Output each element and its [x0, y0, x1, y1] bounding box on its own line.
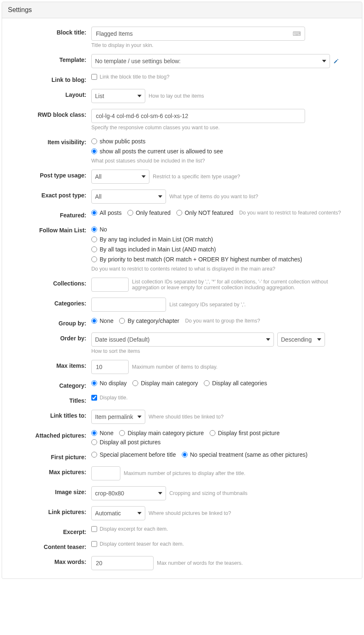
- firstpic-opt1[interactable]: [91, 452, 97, 458]
- attached-opt3[interactable]: [210, 430, 215, 436]
- link-blog-label: Link to blog:: [10, 74, 91, 83]
- panel-title: Settings: [2, 2, 362, 18]
- edit-icon[interactable]: [333, 58, 339, 64]
- visibility-label: Item visibility:: [10, 136, 91, 145]
- ept-help: What type of items do you want to list?: [169, 194, 258, 199]
- attached-label: Attached pictures:: [10, 430, 91, 439]
- follow-label: Follow Main List:: [10, 224, 91, 234]
- ept-select[interactable]: All: [91, 190, 166, 204]
- groupby-opt1[interactable]: [91, 318, 97, 324]
- featured-help: Do you want to restrict to featured cont…: [239, 210, 341, 216]
- attached-opt1[interactable]: [91, 430, 97, 436]
- rwd-input[interactable]: [91, 109, 305, 123]
- teaser-label: Content teaser:: [10, 541, 91, 550]
- linkpics-help: Where should pictures be linked to?: [149, 510, 231, 516]
- rwd-help: Specify the responsive column classes yo…: [91, 125, 354, 130]
- attached-opt2[interactable]: [119, 430, 125, 436]
- firstpic-opt2[interactable]: [182, 452, 188, 458]
- linktitles-help: Where should titles be linked to?: [149, 414, 224, 420]
- categories-label: Categories:: [10, 298, 91, 307]
- block-title-help: Title to display in your skin.: [91, 42, 354, 48]
- maxwords-label: Max words:: [10, 556, 91, 565]
- groupby-label: Group by:: [10, 318, 91, 327]
- follow-opt3[interactable]: [91, 246, 97, 252]
- titles-label: Titles:: [10, 395, 91, 404]
- link-blog-cblabel: Link the block title to the blog?: [100, 74, 169, 80]
- excerpt-label: Excerpt:: [10, 526, 91, 535]
- template-label: Template:: [10, 54, 91, 63]
- follow-opt1[interactable]: [91, 226, 97, 232]
- maxpics-input[interactable]: [91, 466, 120, 480]
- category-opt3[interactable]: [204, 380, 210, 386]
- titles-checkbox[interactable]: [91, 395, 97, 401]
- excerpt-checkbox[interactable]: [91, 526, 97, 532]
- follow-opt4[interactable]: [91, 256, 97, 262]
- categories-input[interactable]: [91, 298, 166, 312]
- ptu-label: Post type usage:: [10, 170, 91, 179]
- visibility-help: What post statuses should be included in…: [91, 158, 354, 164]
- ptu-help: Restrict to a specific item type usage?: [153, 174, 240, 180]
- maxitems-label: Max items:: [10, 360, 91, 369]
- excerpt-cblabel: Display excerpt for each item.: [100, 526, 168, 532]
- layout-select[interactable]: List: [91, 89, 145, 103]
- imgsize-help: Cropping and sizing of thumbnails: [169, 490, 247, 496]
- block-title-label: Block title:: [10, 27, 91, 36]
- featured-opt1[interactable]: [91, 210, 97, 216]
- link-blog-checkbox[interactable]: [91, 74, 97, 80]
- linkpics-select[interactable]: Automatic: [91, 506, 145, 520]
- orderby-select[interactable]: Date issued (Default): [91, 332, 274, 347]
- groupby-help: Do you want to group the Items?: [185, 318, 260, 324]
- template-select[interactable]: No template / use settings below:: [91, 54, 330, 68]
- ept-label: Exact post type:: [10, 190, 91, 199]
- maxitems-help: Maximum number of items to display.: [132, 364, 217, 370]
- category-opt1[interactable]: [91, 380, 97, 386]
- imgsize-label: Image size:: [10, 486, 91, 495]
- orderby-label: Order by:: [10, 332, 91, 342]
- category-label: Category:: [10, 380, 91, 389]
- ptu-select[interactable]: All: [91, 170, 149, 184]
- maxpics-label: Max pictures:: [10, 466, 91, 475]
- featured-opt2[interactable]: [127, 210, 133, 216]
- linktitles-label: Link titles to:: [10, 410, 91, 419]
- collections-input[interactable]: [91, 278, 129, 292]
- layout-help: How to lay out the items: [149, 93, 204, 99]
- maxpics-help: Maximum number of pictures to display af…: [124, 470, 245, 476]
- block-title-input[interactable]: [91, 27, 305, 41]
- orderby-dir-select[interactable]: Descending: [277, 332, 325, 347]
- maxwords-help: Max number of words for the teasers.: [157, 560, 243, 566]
- groupby-opt2[interactable]: [119, 318, 125, 324]
- collections-label: Collections:: [10, 278, 91, 287]
- rwd-label: RWD block class:: [10, 109, 91, 118]
- attached-opt4[interactable]: [91, 439, 97, 445]
- categories-help: List category IDs separated by ','.: [169, 302, 246, 308]
- visibility-opt2[interactable]: [91, 148, 97, 154]
- visibility-opt1[interactable]: [91, 138, 97, 144]
- layout-label: Layout:: [10, 89, 91, 98]
- maxitems-input[interactable]: [91, 360, 129, 374]
- teaser-checkbox[interactable]: [91, 541, 97, 547]
- teaser-cblabel: Display content teaser for each item.: [100, 541, 184, 547]
- category-opt2[interactable]: [132, 380, 138, 386]
- featured-label: Featured:: [10, 209, 91, 219]
- collections-help: List collection IDs separated by ',', '*…: [132, 279, 354, 290]
- featured-opt3[interactable]: [176, 210, 182, 216]
- imgsize-select[interactable]: crop-80x80: [91, 486, 166, 500]
- linktitles-select[interactable]: Item permalink: [91, 410, 145, 424]
- panel-body: Block title: ⌨ Title to display in your …: [2, 18, 362, 578]
- linkpics-label: Link pictures:: [10, 506, 91, 515]
- follow-opt2[interactable]: [91, 236, 97, 242]
- firstpic-label: First picture:: [10, 451, 91, 460]
- titles-cblabel: Display title.: [100, 395, 127, 401]
- orderby-help: How to sort the items: [91, 348, 354, 354]
- follow-help: Do you want to restrict to contents rela…: [91, 266, 354, 272]
- settings-panel: Settings Block title: ⌨ Title to display…: [2, 2, 362, 579]
- maxwords-input[interactable]: [91, 556, 154, 570]
